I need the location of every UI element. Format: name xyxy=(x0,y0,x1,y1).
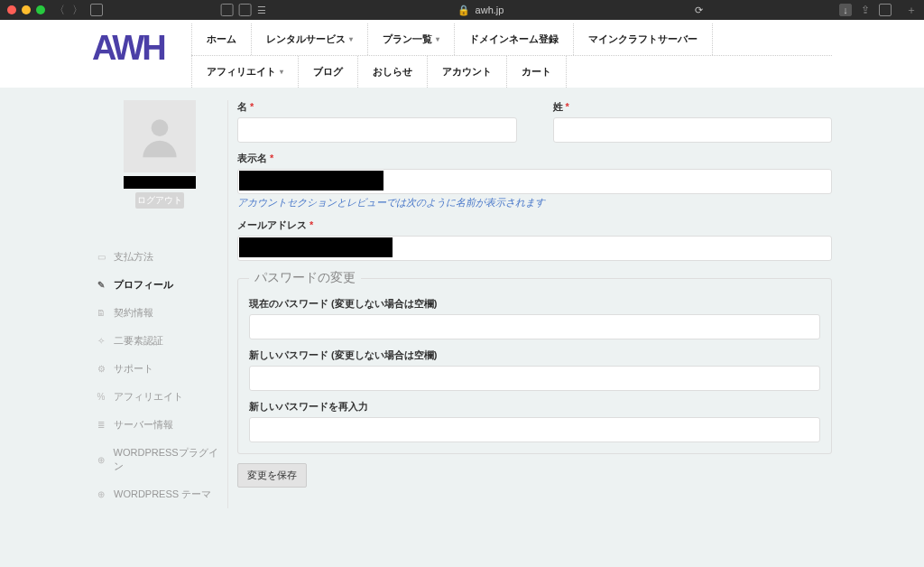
payment-method-icon: ▭ xyxy=(96,252,106,262)
nav-ブログ[interactable]: ブログ xyxy=(299,56,358,88)
svg-point-0 xyxy=(152,119,169,136)
nav-アフィリエイト[interactable]: アフィリエイト▾ xyxy=(191,56,299,88)
nav-カート[interactable]: カート xyxy=(507,56,567,88)
close-window-icon[interactable] xyxy=(7,5,16,14)
save-button[interactable]: 変更を保存 xyxy=(237,463,307,488)
nav-レンタルサービス[interactable]: レンタルサービス▾ xyxy=(252,23,368,55)
contract-info-icon: 🗎 xyxy=(96,308,106,318)
nav-マインクラフトサーバー[interactable]: マインクラフトサーバー xyxy=(574,23,713,55)
display-name-helper: アカウントセクションとレビューでは次のように名前が表示されます xyxy=(237,196,832,209)
server-info-icon: ≣ xyxy=(96,420,106,430)
chevron-down-icon: ▾ xyxy=(436,35,439,43)
display-name-redacted xyxy=(239,171,383,191)
sidebar-item-label: プロフィール xyxy=(114,278,173,292)
wp-theme-icon: ⊕ xyxy=(96,489,106,499)
sidebar-item-label: アフィリエイト xyxy=(114,390,183,404)
confirm-password-label: 新しいパスワードを再入力 xyxy=(249,400,820,414)
profile-icon: ✎ xyxy=(96,280,106,290)
logout-button[interactable]: ログアウト xyxy=(135,192,184,209)
reload-icon[interactable]: ⟳ xyxy=(695,5,703,16)
new-tab-icon[interactable]: ＋ xyxy=(906,3,917,18)
download-icon[interactable]: ↓ xyxy=(839,4,852,16)
chevron-down-icon: ▾ xyxy=(349,35,353,43)
email-label: メールアドレス * xyxy=(237,218,832,232)
back-icon[interactable]: 〈 xyxy=(54,3,65,18)
sidebar-item-profile[interactable]: ✎プロフィール xyxy=(92,271,227,299)
sidebar-item-label: 契約情報 xyxy=(114,306,153,320)
sidebar-item-server-info[interactable]: ≣サーバー情報 xyxy=(92,411,227,439)
email-redacted xyxy=(239,237,393,257)
new-password-label: 新しいパスワード (変更しない場合は空欄) xyxy=(249,349,820,362)
shield-icon[interactable] xyxy=(221,4,234,16)
new-password-input[interactable] xyxy=(249,366,820,391)
browser-chrome: 〈 〉 ☰ 🔒 awh.jp ⟳ ↓ ⇪ ＋ xyxy=(0,0,924,20)
sidebar-item-payment-method[interactable]: ▭支払方法 xyxy=(92,243,227,271)
nav-プラン一覧[interactable]: プラン一覧▾ xyxy=(368,23,455,55)
avatar xyxy=(124,100,196,172)
maximize-window-icon[interactable] xyxy=(36,5,45,14)
current-password-label: 現在のパスワード (変更しない場合は空欄) xyxy=(249,297,820,311)
last-name-label: 姓 * xyxy=(553,100,833,114)
first-name-input[interactable] xyxy=(237,117,517,143)
lock-icon: 🔒 xyxy=(457,5,470,16)
sidebar-toggle-icon[interactable] xyxy=(90,4,103,16)
password-change-section: パスワードの変更 現在のパスワード (変更しない場合は空欄) 新しいパスワード … xyxy=(237,270,832,454)
username-redacted xyxy=(124,176,196,189)
sidebar-item-contract-info[interactable]: 🗎契約情報 xyxy=(92,299,227,327)
sidebar-item-label: サポート xyxy=(114,362,153,376)
affiliate-icon: % xyxy=(96,392,106,402)
forward-icon[interactable]: 〉 xyxy=(72,3,83,18)
sidebar-item-label: 支払方法 xyxy=(114,250,153,264)
reader-icon[interactable] xyxy=(239,4,252,16)
nav-おしらせ[interactable]: おしらせ xyxy=(358,56,428,88)
sidebar-item-two-factor-auth[interactable]: ✧二要素認証 xyxy=(92,327,227,355)
sidebar-item-affiliate[interactable]: %アフィリエイト xyxy=(92,383,227,411)
share-icon[interactable]: ⇪ xyxy=(861,4,870,16)
chevron-down-icon: ▾ xyxy=(280,68,283,76)
sidebar-item-label: 二要素認証 xyxy=(114,334,163,348)
address-url[interactable]: awh.jp xyxy=(476,5,504,15)
sidebar-item-label: WORDPRESSプラグイン xyxy=(114,446,224,473)
user-icon xyxy=(134,111,185,162)
two-factor-auth-icon: ✧ xyxy=(96,336,106,346)
tabs-icon[interactable] xyxy=(879,4,892,16)
password-section-title: パスワードの変更 xyxy=(249,270,361,286)
first-name-label: 名 * xyxy=(237,100,517,114)
sidebar-item-support[interactable]: ⚙サポート xyxy=(92,355,227,383)
nav-ドメインネーム登録[interactable]: ドメインネーム登録 xyxy=(455,23,574,55)
sidebar-item-label: WORDPRESS テーマ xyxy=(114,488,211,501)
sidebar-item-wp-theme[interactable]: ⊕WORDPRESS テーマ xyxy=(92,480,227,508)
wp-plugin-icon: ⊕ xyxy=(96,455,106,465)
sidebar-item-wp-plugin[interactable]: ⊕WORDPRESSプラグイン xyxy=(92,439,227,480)
text-size-icon[interactable]: ☰ xyxy=(257,5,266,16)
last-name-input[interactable] xyxy=(553,117,833,143)
nav-ホーム[interactable]: ホーム xyxy=(191,23,252,55)
support-icon: ⚙ xyxy=(96,364,106,374)
site-header: AWH ホームレンタルサービス▾プラン一覧▾ドメインネーム登録マインクラフトサー… xyxy=(0,20,924,88)
sidebar-item-label: サーバー情報 xyxy=(114,418,173,432)
minimize-window-icon[interactable] xyxy=(22,5,31,14)
display-name-label: 表示名 * xyxy=(237,152,832,165)
confirm-password-input[interactable] xyxy=(249,417,820,442)
nav-アカウント[interactable]: アカウント xyxy=(428,56,507,88)
site-logo[interactable]: AWH xyxy=(92,23,191,68)
current-password-input[interactable] xyxy=(249,314,820,339)
